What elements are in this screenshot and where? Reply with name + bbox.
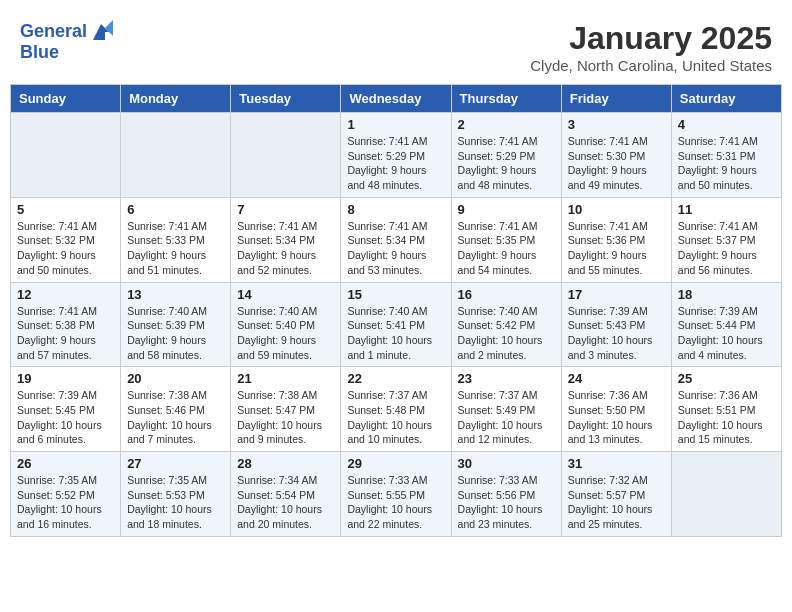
day-info: Sunrise: 7:40 AM Sunset: 5:39 PM Dayligh…: [127, 304, 224, 363]
calendar-day-cell: [121, 113, 231, 198]
calendar-day-cell: 30Sunrise: 7:33 AM Sunset: 5:56 PM Dayli…: [451, 452, 561, 537]
calendar-day-cell: 28Sunrise: 7:34 AM Sunset: 5:54 PM Dayli…: [231, 452, 341, 537]
day-info: Sunrise: 7:37 AM Sunset: 5:48 PM Dayligh…: [347, 388, 444, 447]
svg-marker-1: [105, 20, 113, 36]
day-info: Sunrise: 7:38 AM Sunset: 5:46 PM Dayligh…: [127, 388, 224, 447]
calendar-day-cell: 23Sunrise: 7:37 AM Sunset: 5:49 PM Dayli…: [451, 367, 561, 452]
day-number: 18: [678, 287, 775, 302]
day-number: 1: [347, 117, 444, 132]
month-title: January 2025: [530, 20, 772, 57]
calendar-day-cell: 26Sunrise: 7:35 AM Sunset: 5:52 PM Dayli…: [11, 452, 121, 537]
weekday-header: Monday: [121, 85, 231, 113]
calendar-week-row: 1Sunrise: 7:41 AM Sunset: 5:29 PM Daylig…: [11, 113, 782, 198]
day-number: 6: [127, 202, 224, 217]
logo-text: General: [20, 22, 87, 42]
day-number: 9: [458, 202, 555, 217]
calendar-week-row: 5Sunrise: 7:41 AM Sunset: 5:32 PM Daylig…: [11, 197, 782, 282]
calendar-day-cell: 16Sunrise: 7:40 AM Sunset: 5:42 PM Dayli…: [451, 282, 561, 367]
day-number: 7: [237, 202, 334, 217]
weekday-header: Sunday: [11, 85, 121, 113]
calendar-day-cell: 8Sunrise: 7:41 AM Sunset: 5:34 PM Daylig…: [341, 197, 451, 282]
day-number: 20: [127, 371, 224, 386]
day-info: Sunrise: 7:39 AM Sunset: 5:44 PM Dayligh…: [678, 304, 775, 363]
day-info: Sunrise: 7:41 AM Sunset: 5:29 PM Dayligh…: [458, 134, 555, 193]
calendar-day-cell: 27Sunrise: 7:35 AM Sunset: 5:53 PM Dayli…: [121, 452, 231, 537]
day-number: 4: [678, 117, 775, 132]
day-info: Sunrise: 7:33 AM Sunset: 5:56 PM Dayligh…: [458, 473, 555, 532]
day-number: 15: [347, 287, 444, 302]
calendar-day-cell: 12Sunrise: 7:41 AM Sunset: 5:38 PM Dayli…: [11, 282, 121, 367]
day-info: Sunrise: 7:41 AM Sunset: 5:37 PM Dayligh…: [678, 219, 775, 278]
day-number: 13: [127, 287, 224, 302]
day-info: Sunrise: 7:34 AM Sunset: 5:54 PM Dayligh…: [237, 473, 334, 532]
day-info: Sunrise: 7:32 AM Sunset: 5:57 PM Dayligh…: [568, 473, 665, 532]
calendar-day-cell: 13Sunrise: 7:40 AM Sunset: 5:39 PM Dayli…: [121, 282, 231, 367]
calendar-table: SundayMondayTuesdayWednesdayThursdayFrid…: [10, 84, 782, 537]
day-number: 29: [347, 456, 444, 471]
day-info: Sunrise: 7:41 AM Sunset: 5:34 PM Dayligh…: [347, 219, 444, 278]
day-number: 28: [237, 456, 334, 471]
day-info: Sunrise: 7:36 AM Sunset: 5:51 PM Dayligh…: [678, 388, 775, 447]
day-number: 10: [568, 202, 665, 217]
logo-blue: Blue: [20, 42, 59, 62]
calendar-day-cell: 17Sunrise: 7:39 AM Sunset: 5:43 PM Dayli…: [561, 282, 671, 367]
day-number: 24: [568, 371, 665, 386]
calendar-day-cell: 31Sunrise: 7:32 AM Sunset: 5:57 PM Dayli…: [561, 452, 671, 537]
calendar-day-cell: [671, 452, 781, 537]
day-number: 19: [17, 371, 114, 386]
calendar-day-cell: 6Sunrise: 7:41 AM Sunset: 5:33 PM Daylig…: [121, 197, 231, 282]
day-info: Sunrise: 7:40 AM Sunset: 5:42 PM Dayligh…: [458, 304, 555, 363]
weekday-header: Friday: [561, 85, 671, 113]
calendar-day-cell: 29Sunrise: 7:33 AM Sunset: 5:55 PM Dayli…: [341, 452, 451, 537]
day-info: Sunrise: 7:41 AM Sunset: 5:33 PM Dayligh…: [127, 219, 224, 278]
weekday-header: Tuesday: [231, 85, 341, 113]
day-info: Sunrise: 7:35 AM Sunset: 5:52 PM Dayligh…: [17, 473, 114, 532]
day-info: Sunrise: 7:41 AM Sunset: 5:35 PM Dayligh…: [458, 219, 555, 278]
day-info: Sunrise: 7:35 AM Sunset: 5:53 PM Dayligh…: [127, 473, 224, 532]
calendar-day-cell: 14Sunrise: 7:40 AM Sunset: 5:40 PM Dayli…: [231, 282, 341, 367]
day-info: Sunrise: 7:37 AM Sunset: 5:49 PM Dayligh…: [458, 388, 555, 447]
calendar-day-cell: 3Sunrise: 7:41 AM Sunset: 5:30 PM Daylig…: [561, 113, 671, 198]
calendar-day-cell: 10Sunrise: 7:41 AM Sunset: 5:36 PM Dayli…: [561, 197, 671, 282]
day-number: 11: [678, 202, 775, 217]
day-number: 2: [458, 117, 555, 132]
location-subtitle: Clyde, North Carolina, United States: [530, 57, 772, 74]
day-info: Sunrise: 7:41 AM Sunset: 5:32 PM Dayligh…: [17, 219, 114, 278]
day-number: 30: [458, 456, 555, 471]
logo: General Blue: [20, 20, 113, 63]
day-number: 23: [458, 371, 555, 386]
logo-icon: [89, 20, 113, 44]
day-info: Sunrise: 7:39 AM Sunset: 5:45 PM Dayligh…: [17, 388, 114, 447]
weekday-header: Wednesday: [341, 85, 451, 113]
day-info: Sunrise: 7:41 AM Sunset: 5:31 PM Dayligh…: [678, 134, 775, 193]
day-info: Sunrise: 7:40 AM Sunset: 5:40 PM Dayligh…: [237, 304, 334, 363]
day-number: 17: [568, 287, 665, 302]
day-number: 31: [568, 456, 665, 471]
day-info: Sunrise: 7:41 AM Sunset: 5:29 PM Dayligh…: [347, 134, 444, 193]
calendar-header-row: SundayMondayTuesdayWednesdayThursdayFrid…: [11, 85, 782, 113]
day-number: 22: [347, 371, 444, 386]
calendar-day-cell: 25Sunrise: 7:36 AM Sunset: 5:51 PM Dayli…: [671, 367, 781, 452]
day-number: 27: [127, 456, 224, 471]
svg-marker-0: [93, 24, 109, 40]
calendar-week-row: 26Sunrise: 7:35 AM Sunset: 5:52 PM Dayli…: [11, 452, 782, 537]
calendar-day-cell: 4Sunrise: 7:41 AM Sunset: 5:31 PM Daylig…: [671, 113, 781, 198]
day-info: Sunrise: 7:41 AM Sunset: 5:36 PM Dayligh…: [568, 219, 665, 278]
day-number: 26: [17, 456, 114, 471]
calendar-day-cell: 24Sunrise: 7:36 AM Sunset: 5:50 PM Dayli…: [561, 367, 671, 452]
calendar-day-cell: 5Sunrise: 7:41 AM Sunset: 5:32 PM Daylig…: [11, 197, 121, 282]
page-header: General Blue January 2025 Clyde, North C…: [10, 10, 782, 79]
day-number: 21: [237, 371, 334, 386]
day-number: 12: [17, 287, 114, 302]
calendar-day-cell: [11, 113, 121, 198]
calendar-day-cell: 7Sunrise: 7:41 AM Sunset: 5:34 PM Daylig…: [231, 197, 341, 282]
day-info: Sunrise: 7:33 AM Sunset: 5:55 PM Dayligh…: [347, 473, 444, 532]
day-info: Sunrise: 7:36 AM Sunset: 5:50 PM Dayligh…: [568, 388, 665, 447]
weekday-header: Thursday: [451, 85, 561, 113]
calendar-day-cell: [231, 113, 341, 198]
day-number: 14: [237, 287, 334, 302]
day-number: 5: [17, 202, 114, 217]
calendar-day-cell: 20Sunrise: 7:38 AM Sunset: 5:46 PM Dayli…: [121, 367, 231, 452]
day-info: Sunrise: 7:38 AM Sunset: 5:47 PM Dayligh…: [237, 388, 334, 447]
day-info: Sunrise: 7:40 AM Sunset: 5:41 PM Dayligh…: [347, 304, 444, 363]
